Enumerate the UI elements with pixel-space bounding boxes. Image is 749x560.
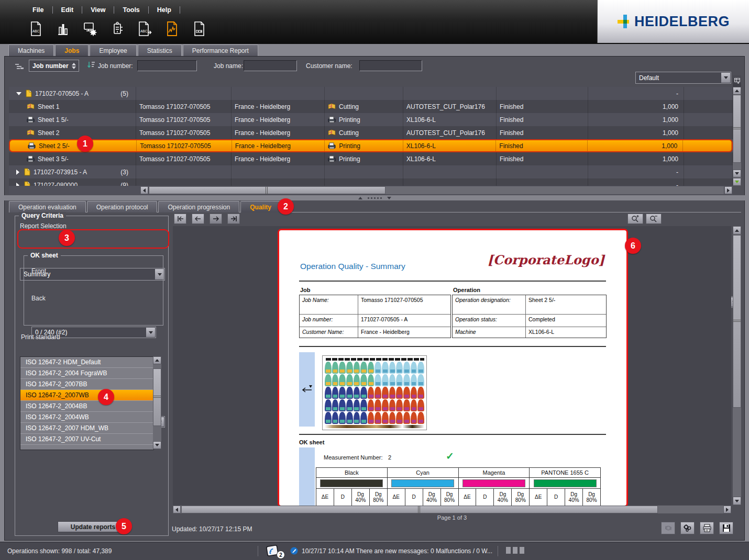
query-criteria-title: Query Criteria: [19, 212, 66, 219]
callout-3: 3: [59, 230, 75, 246]
cell-machine: XL106-6-L: [403, 152, 497, 165]
print-standard-list: ISO 12647-2 HDM_DefaultISO 12647-2_2004 …: [20, 356, 154, 450]
scroll-thumb[interactable]: [733, 235, 741, 408]
report-settings-button[interactable]: [680, 522, 695, 534]
scroll-thumb[interactable]: [153, 368, 161, 426]
scroll-left-button[interactable]: [173, 506, 181, 513]
group-by-combo[interactable]: Job number: [29, 60, 79, 72]
print-standard-option[interactable]: ISO 12647-2_2007 HDM_WB: [20, 423, 153, 434]
menu-help[interactable]: Help: [152, 5, 177, 15]
tab-employee[interactable]: Employee: [90, 44, 136, 56]
menu-tools[interactable]: Tools: [117, 5, 145, 15]
table-hscrollbar[interactable]: [9, 186, 733, 195]
print-standard-option[interactable]: ISO 12647-2_2004WB: [20, 412, 153, 423]
spin-buttons[interactable]: [69, 61, 78, 71]
table-row[interactable]: Sheet 1Tomasso 171027-070505France - Hei…: [9, 100, 733, 113]
doc-grid-icon[interactable]: [191, 19, 207, 38]
tree-collapse-icon[interactable]: [15, 63, 24, 72]
menu-edit[interactable]: Edit: [56, 5, 79, 15]
tab-statistics[interactable]: Statistics: [138, 44, 182, 56]
metric-header: Dg 40%: [565, 489, 583, 506]
quality-report-icon[interactable]: [163, 19, 180, 38]
print-button[interactable]: [700, 522, 714, 534]
panel-splitter[interactable]: [4, 195, 745, 200]
counter-device-icon[interactable]: [109, 19, 126, 38]
scroll-down-button[interactable]: [733, 170, 741, 177]
scroll-down-button[interactable]: [733, 497, 741, 505]
scroll-up-button[interactable]: [733, 226, 741, 234]
tab-machines[interactable]: Machines: [8, 44, 54, 56]
job-group-row[interactable]: 171027-080000(9)-: [9, 178, 733, 186]
detail-tab-quality[interactable]: Quality: [240, 201, 281, 212]
cell-good-production: -: [588, 165, 684, 178]
scroll-right-button[interactable]: [723, 506, 731, 513]
job-name-input[interactable]: [244, 60, 297, 71]
print-standard-option[interactable]: ISO 12647-2_2007WB: [20, 390, 153, 401]
scroll-up-button[interactable]: [153, 356, 161, 364]
sort-icon[interactable]: [87, 61, 95, 71]
detail-tab-operation-evaluation[interactable]: Operation evaluation: [9, 201, 86, 212]
scroll-thumb[interactable]: [733, 95, 741, 163]
heidelberg-plus-icon: [618, 14, 631, 29]
column-config-icon[interactable]: [733, 75, 741, 87]
splitter-grip[interactable]: [368, 197, 382, 199]
next-page-button[interactable]: [210, 214, 222, 224]
customer-name-input[interactable]: [359, 60, 422, 71]
metric-header: ΔE: [459, 489, 477, 506]
job-number-input[interactable]: [137, 60, 197, 71]
scroll-end-button[interactable]: [733, 178, 741, 186]
machine-settings-icon[interactable]: [82, 19, 98, 38]
operation-count: (3): [120, 169, 133, 176]
refresh-button[interactable]: [661, 522, 675, 534]
collapse-icon[interactable]: [16, 92, 21, 95]
zoom-out-button[interactable]: [646, 214, 662, 224]
tab-jobs[interactable]: Jobs: [55, 44, 89, 56]
previous-page-button[interactable]: [192, 214, 204, 224]
last-page-button[interactable]: [227, 214, 240, 224]
preview-vscrollbar[interactable]: [733, 226, 741, 505]
doc-export-icon[interactable]: ABC: [136, 19, 153, 38]
splitter-collapse-up-icon[interactable]: [358, 197, 362, 199]
menu-file[interactable]: File: [27, 5, 49, 15]
detail-tab-operation-protocol[interactable]: Operation protocol: [87, 201, 158, 212]
view-preset-combo[interactable]: Default: [635, 72, 731, 84]
save-button[interactable]: [719, 522, 733, 534]
detail-tab-operation-progression[interactable]: Operation progression: [158, 201, 239, 212]
zoom-in-button[interactable]: [627, 214, 643, 224]
report-doc-icon[interactable]: ABC: [27, 19, 44, 38]
print-standard-option[interactable]: ISO 12647-2_2007 UV-Cut: [20, 434, 153, 445]
table-row[interactable]: Sheet 1 5/-Tomasso 171027-070505France -…: [9, 113, 733, 126]
combo-arrow[interactable]: [721, 73, 730, 83]
scroll-down-button[interactable]: [153, 441, 161, 449]
callout-2: 2: [278, 198, 294, 215]
cell-status: [497, 178, 588, 186]
job-group-row[interactable]: 171027-070505 - A(5)-: [9, 87, 733, 100]
bar-chart-icon[interactable]: [54, 19, 71, 38]
operation-name: Sheet 1: [38, 103, 59, 110]
table-row[interactable]: Sheet 3 5/-Tomasso 171027-070505France -…: [9, 152, 733, 165]
print-standard-option[interactable]: ISO 12647-2_2004 FograWB: [20, 368, 153, 379]
scroll-right-button[interactable]: [724, 186, 732, 194]
menu-view[interactable]: View: [85, 5, 111, 15]
table-row[interactable]: Sheet 2Tomasso 171027-070505France - Hei…: [9, 126, 733, 139]
metric-header: D: [476, 489, 494, 506]
table-vscrollbar[interactable]: [733, 87, 741, 186]
print-standard-option[interactable]: ISO 12647-2 HDM_Default: [20, 357, 153, 368]
combo-arrow[interactable]: [146, 328, 155, 337]
print-standard-option[interactable]: ISO 12647-2_2004BB: [20, 401, 153, 412]
scroll-thumb[interactable]: [181, 506, 658, 513]
job-group-row[interactable]: 171027-073915 - A(3)-: [9, 165, 733, 178]
splitter-collapse-down-icon[interactable]: [387, 197, 391, 199]
print-standard-scrollbar[interactable]: [153, 356, 161, 449]
scroll-left-button[interactable]: [140, 186, 148, 194]
report-field-label: Job number:: [300, 315, 358, 327]
scroll-up-button[interactable]: [733, 87, 741, 95]
first-page-button[interactable]: [174, 214, 186, 224]
status-message: 10/27/17 10:14 AM There are new messages…: [302, 547, 492, 555]
expand-icon[interactable]: [16, 170, 19, 175]
preview-hscrollbar[interactable]: [173, 506, 731, 513]
print-standard-option[interactable]: ISO 12647-2_2007BB: [20, 379, 153, 390]
table-row[interactable]: Sheet 2 5/-Tomasso 171027-070505France -…: [9, 139, 733, 152]
scroll-thumb[interactable]: [149, 186, 385, 194]
tab-performance-report[interactable]: Performance Report: [183, 44, 258, 56]
